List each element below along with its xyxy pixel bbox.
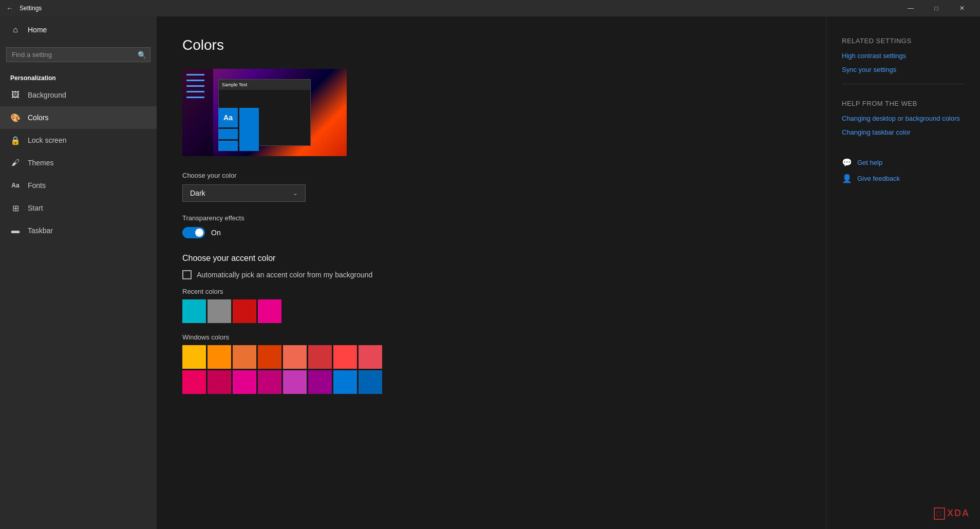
win-color-9[interactable] — [208, 370, 231, 394]
lock-screen-icon: 🔒 — [10, 135, 21, 145]
win-color-3[interactable] — [258, 345, 281, 369]
app-body: ⌂ Home 🔍 Personalization 🖼 Background 🎨 … — [0, 16, 980, 529]
auto-accent-row: Automatically pick an accent color from … — [182, 270, 800, 279]
windows-colors-grid — [182, 345, 800, 394]
high-contrast-link[interactable]: High contrast settings — [842, 52, 965, 60]
recent-swatch-3[interactable] — [258, 299, 281, 323]
search-input[interactable] — [6, 47, 150, 62]
recent-swatch-0[interactable] — [182, 299, 206, 323]
minimize-button[interactable]: — — [899, 0, 922, 16]
start-tile-sm2 — [239, 129, 259, 139]
recent-color-swatches — [182, 299, 800, 323]
home-icon: ⌂ — [10, 25, 21, 35]
sidebar: ⌂ Home 🔍 Personalization 🖼 Background 🎨 … — [0, 16, 157, 529]
sidebar-item-fonts[interactable]: Aa Fonts — [0, 174, 157, 197]
transparency-toggle[interactable] — [182, 227, 205, 238]
sidebar-home-label: Home — [28, 26, 47, 34]
win-color-7[interactable] — [359, 345, 382, 369]
color-mode-dropdown[interactable]: Dark ⌄ — [182, 184, 306, 202]
sidebar-fonts-label: Fonts — [28, 181, 46, 190]
sidebar-item-lock-screen[interactable]: 🔒 Lock screen — [0, 129, 157, 152]
help-icon: 💬 — [842, 158, 852, 167]
taskbar-line — [186, 74, 204, 75]
start-tile-aa: Aa — [218, 108, 238, 127]
preview-overlay: Sample Text Aa — [182, 69, 347, 156]
chevron-down-icon: ⌄ — [293, 190, 298, 197]
fonts-icon: Aa — [10, 180, 21, 191]
recent-swatch-2[interactable] — [233, 299, 256, 323]
sidebar-section-title: Personalization — [0, 70, 157, 84]
sidebar-start-label: Start — [28, 204, 43, 212]
changing-taskbar-link[interactable]: Changing taskbar color — [842, 128, 965, 136]
sidebar-search-container: 🔍 — [0, 43, 157, 66]
choose-color-section: Choose your color Dark ⌄ — [182, 172, 800, 202]
back-button[interactable]: ← — [6, 4, 13, 12]
transparency-toggle-row: On — [182, 227, 800, 238]
taskbar-line — [186, 91, 204, 92]
divider — [842, 84, 965, 84]
help-section: Help from the web Changing desktop or ba… — [842, 100, 965, 136]
auto-accent-checkbox[interactable] — [182, 270, 192, 279]
start-icon: ⊞ — [10, 203, 21, 213]
win-color-2[interactable] — [233, 345, 256, 369]
sync-settings-link[interactable]: Sync your settings — [842, 66, 965, 73]
background-icon: 🖼 — [10, 90, 21, 100]
sidebar-item-themes[interactable]: 🖌 Themes — [0, 152, 157, 174]
win-color-12[interactable] — [283, 370, 307, 394]
taskbar-line — [186, 97, 204, 98]
titlebar: ← Settings — □ ✕ — [0, 0, 980, 16]
maximize-button[interactable]: □ — [925, 0, 948, 16]
give-feedback-item[interactable]: 👤 Give feedback — [842, 174, 965, 183]
window-controls: — □ ✕ — [899, 0, 974, 16]
themes-icon: 🖌 — [10, 158, 21, 168]
right-panel: Related Settings High contrast settings … — [826, 16, 980, 529]
win-color-6[interactable] — [333, 345, 357, 369]
auto-accent-label: Automatically pick an accent color from … — [197, 271, 372, 279]
xda-watermark: □XDA — [934, 508, 970, 519]
dropdown-value: Dark — [190, 189, 205, 197]
win-color-14[interactable] — [333, 370, 357, 394]
sidebar-item-home[interactable]: ⌂ Home — [0, 16, 157, 43]
recent-swatch-1[interactable] — [208, 299, 231, 323]
start-tile-sm3 — [218, 141, 238, 151]
sidebar-item-colors[interactable]: 🎨 Colors — [0, 106, 157, 129]
preview-taskbar — [182, 69, 213, 156]
win-color-4[interactable] — [283, 345, 307, 369]
win-color-13[interactable] — [308, 370, 332, 394]
preview-sample-text: Sample Text — [222, 82, 247, 87]
preview-window-content — [219, 90, 310, 98]
taskbar-icon: ▬ — [10, 225, 21, 236]
taskbar-line — [186, 80, 204, 81]
help-title: Help from the web — [842, 100, 965, 107]
win-color-5[interactable] — [308, 345, 332, 369]
sidebar-colors-label: Colors — [28, 114, 48, 122]
win-color-8[interactable] — [182, 370, 206, 394]
close-button[interactable]: ✕ — [950, 0, 974, 16]
give-feedback-label: Give feedback — [857, 175, 900, 182]
related-settings-title: Related Settings — [842, 37, 965, 45]
accent-color-title: Choose your accent color — [182, 254, 800, 263]
sidebar-item-taskbar[interactable]: ▬ Taskbar — [0, 219, 157, 242]
win-color-1[interactable] — [208, 345, 231, 369]
get-help-label: Get help — [857, 159, 882, 166]
windows-colors-label: Windows colors — [182, 333, 800, 341]
sidebar-item-start[interactable]: ⊞ Start — [0, 197, 157, 219]
sidebar-lockscreen-label: Lock screen — [28, 136, 66, 144]
colors-icon: 🎨 — [10, 112, 21, 123]
taskbar-line — [186, 85, 204, 87]
transparency-state-label: On — [211, 229, 221, 237]
changing-desktop-link[interactable]: Changing desktop or background colors — [842, 115, 965, 122]
start-tile-sm1 — [218, 129, 238, 139]
win-color-10[interactable] — [233, 370, 256, 394]
win-color-11[interactable] — [258, 370, 281, 394]
sidebar-taskbar-label: Taskbar — [28, 226, 53, 235]
transparency-section: Transparency effects On — [182, 214, 800, 238]
sidebar-item-background[interactable]: 🖼 Background — [0, 84, 157, 106]
choose-color-label: Choose your color — [182, 172, 800, 179]
preview-window-titlebar: Sample Text — [219, 80, 310, 90]
win-color-15[interactable] — [359, 370, 382, 394]
sidebar-themes-label: Themes — [28, 159, 54, 167]
accent-color-section: Choose your accent color Automatically p… — [182, 254, 800, 394]
win-color-0[interactable] — [182, 345, 206, 369]
get-help-item[interactable]: 💬 Get help — [842, 158, 965, 167]
